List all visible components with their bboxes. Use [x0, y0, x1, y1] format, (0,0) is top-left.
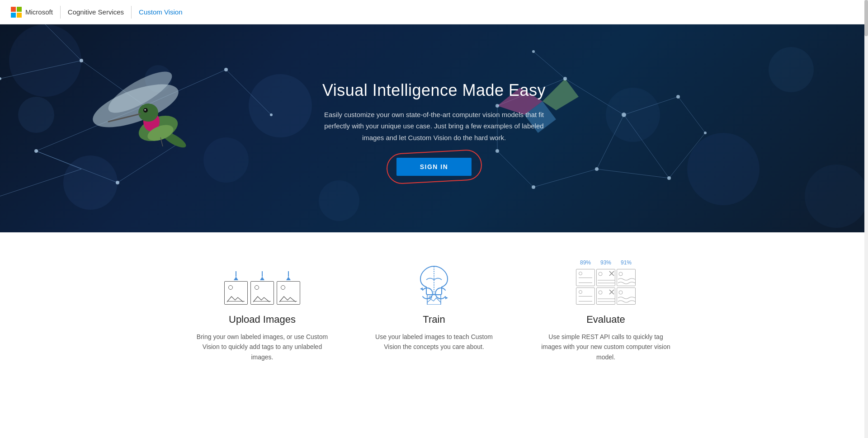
- svg-point-8: [687, 133, 760, 205]
- e-lines-2: [579, 296, 592, 301]
- svg-point-83: [619, 291, 623, 294]
- logo-yellow: [17, 13, 22, 18]
- svg-line-38: [678, 97, 705, 133]
- eval-wave-svg-2: [617, 288, 636, 305]
- feature-upload: Upload Images Bring your own labeled ima…: [194, 259, 330, 362]
- microsoft-logo: [11, 7, 22, 18]
- arrow-line-3: [288, 271, 289, 277]
- arrow-line-2: [262, 271, 263, 277]
- svg-point-49: [532, 185, 535, 189]
- svg-point-82: [619, 272, 623, 276]
- svg-point-9: [769, 47, 814, 92]
- e-circle-2: [579, 290, 582, 294]
- eval-box-3: [596, 269, 615, 286]
- svg-point-62: [145, 109, 146, 111]
- svg-marker-71: [445, 297, 448, 299]
- microsoft-branding: Microsoft: [11, 7, 53, 18]
- svg-point-10: [805, 165, 868, 228]
- eval-percent-2: 93%: [596, 259, 615, 266]
- svg-point-47: [622, 113, 626, 117]
- img-mountain-svg-1: [226, 294, 244, 303]
- arrow-up-2: [260, 277, 264, 280]
- eval-percent-3: 91%: [617, 259, 636, 266]
- img-mountain-svg-2: [252, 294, 270, 303]
- svg-point-28: [270, 113, 273, 116]
- hero-content: Visual Intelligence Made Easy Easily cus…: [321, 81, 547, 176]
- upload-img-box-1: [224, 281, 248, 305]
- arrow-line-1: [236, 271, 236, 277]
- evaluate-icon: 89% 93% 91%: [576, 259, 636, 305]
- eval-box-6: [617, 287, 636, 305]
- upload-img-box-3: [277, 281, 300, 305]
- scrollbar-thumb[interactable]: [864, 0, 868, 36]
- header-divider-1: [60, 6, 61, 19]
- svg-point-48: [595, 167, 599, 171]
- brain-svg: [414, 264, 454, 305]
- svg-point-46: [563, 77, 567, 80]
- svg-line-40: [597, 169, 669, 178]
- svg-point-74: [599, 272, 602, 276]
- upload-title: Upload Images: [229, 314, 296, 325]
- arrow-up-3: [286, 277, 291, 280]
- e-circle-1: [579, 272, 582, 275]
- eval-row-top: [576, 269, 636, 305]
- features-section: Upload Images Bring your own labeled ima…: [0, 232, 868, 389]
- svg-line-36: [533, 52, 565, 79]
- svg-point-5: [319, 180, 359, 221]
- svg-point-53: [667, 176, 671, 180]
- train-title: Train: [423, 314, 445, 325]
- eval-percent-1: 89%: [576, 259, 595, 266]
- svg-point-60: [138, 104, 158, 122]
- hero-description: Easily customize your own state-of-the-a…: [321, 109, 547, 144]
- eval-x-svg-2: [597, 288, 616, 305]
- train-icon-area: [414, 259, 454, 305]
- upload-icon-area: [224, 259, 300, 305]
- svg-point-7: [606, 88, 660, 142]
- cognitive-services-label: Cognitive Services: [68, 8, 124, 16]
- img-circle-3: [281, 285, 285, 290]
- eval-box-1: [576, 269, 595, 286]
- eval-box-2: [576, 287, 595, 305]
- upload-description: Bring your own labeled images, or use Cu…: [194, 332, 330, 362]
- upload-images-row: [224, 271, 300, 305]
- eval-box-5: [617, 269, 636, 286]
- svg-marker-70: [420, 287, 423, 290]
- svg-point-79: [599, 291, 602, 294]
- custom-vision-link[interactable]: Custom Vision: [139, 8, 182, 16]
- svg-point-52: [704, 132, 707, 134]
- img-circle-2: [255, 285, 259, 290]
- logo-green: [17, 7, 22, 12]
- logo-blue: [11, 13, 16, 18]
- hummingbird-illustration: [36, 42, 262, 223]
- evaluate-icon-area: 89% 93% 91%: [576, 259, 636, 305]
- feature-train: Train Use your labeled images to teach C…: [366, 259, 502, 362]
- hero-section: Visual Intelligence Made Easy Easily cus…: [0, 24, 868, 232]
- evaluate-title: Evaluate: [586, 314, 625, 325]
- feature-evaluate: 89% 93% 91%: [538, 259, 674, 362]
- evaluate-description: Use simple REST API calls to quickly tag…: [538, 332, 674, 362]
- img-mountain-svg-3: [278, 294, 297, 303]
- sign-in-button[interactable]: SIGN IN: [396, 158, 472, 176]
- svg-point-29: [0, 77, 1, 80]
- logo-red: [11, 7, 16, 12]
- e-lines-1: [579, 278, 592, 283]
- app-header: Microsoft Cognitive Services Custom Visi…: [0, 0, 868, 24]
- arrow-up-1: [234, 277, 238, 280]
- hero-title: Visual Intelligence Made Easy: [321, 81, 547, 100]
- train-description: Use your labeled images to teach Custom …: [366, 332, 502, 352]
- upload-img-box-2: [250, 281, 274, 305]
- header-divider-2: [131, 6, 132, 19]
- svg-point-54: [532, 50, 535, 53]
- microsoft-label: Microsoft: [25, 8, 53, 16]
- img-circle-1: [228, 285, 233, 290]
- train-icon: [414, 264, 454, 305]
- sign-in-wrapper: SIGN IN: [396, 158, 472, 176]
- svg-point-51: [676, 95, 680, 99]
- eval-box-4: [596, 287, 615, 305]
- svg-rect-68: [427, 295, 441, 305]
- eval-x-svg-1: [597, 269, 616, 287]
- upload-icon: [224, 271, 300, 305]
- eval-wave-svg-1: [617, 269, 636, 287]
- scrollbar[interactable]: [864, 0, 868, 389]
- eval-percent-row: 89% 93% 91%: [576, 259, 636, 266]
